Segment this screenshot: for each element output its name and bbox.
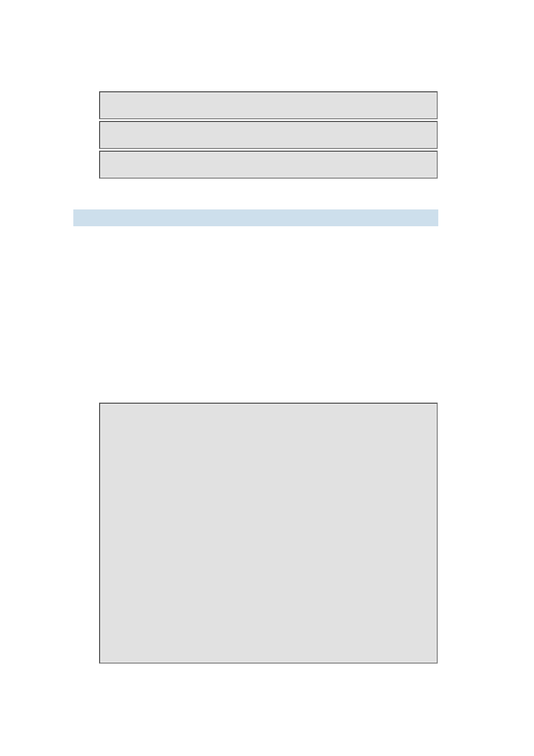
highlight-strip bbox=[73, 209, 438, 226]
placeholder-box-3 bbox=[99, 151, 438, 179]
placeholder-box-large bbox=[99, 403, 438, 664]
placeholder-box-1 bbox=[99, 91, 438, 119]
placeholder-box-2 bbox=[99, 121, 438, 149]
